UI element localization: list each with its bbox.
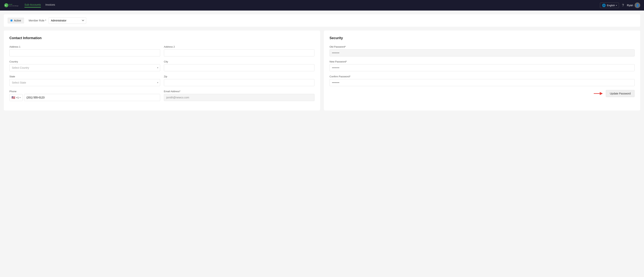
state-label: State (10, 75, 160, 78)
phone-country-selector[interactable]: 🇺🇸 +1 ▾ (10, 94, 22, 101)
country-select-wrapper: Select Country United States United King… (10, 64, 160, 71)
chevron-down-icon: ▾ (20, 96, 20, 98)
state-zip-row: State Select State California New York T… (10, 75, 314, 86)
city-input[interactable] (164, 64, 315, 71)
member-role-section: Member Role * Administrator Member Viewe… (28, 17, 86, 24)
phone-row: 🇺🇸 +1 ▾ (10, 94, 160, 101)
country-label: Country (10, 60, 160, 63)
wasabi-logo: W wasabi Account Control Manager (4, 2, 19, 9)
address2-group: Address 2 (164, 45, 315, 56)
state-select-wrapper: Select State California New York Texas ▾ (10, 79, 160, 86)
security-title: Security (330, 36, 634, 40)
security-panel: Security Old Password* New Password* Con… (324, 30, 640, 110)
contact-title: Contact Information (10, 36, 314, 40)
new-password-group: New Password* (330, 60, 634, 71)
country-group: Country Select Country United States Uni… (10, 60, 160, 71)
zip-group: Zip (164, 75, 315, 86)
country-select[interactable]: Select Country United States United King… (10, 64, 160, 71)
nav-right: 🌐 English ▾ ? Ryan 👤 (600, 2, 640, 8)
main-content: Active Member Role * Administrator Membe… (0, 10, 644, 114)
email-input[interactable] (164, 94, 315, 101)
language-label: English (607, 4, 615, 7)
phone-number-input[interactable] (24, 94, 160, 101)
phone-code: +1 (16, 96, 19, 99)
address1-input[interactable] (10, 49, 160, 56)
globe-icon: 🌐 (602, 4, 606, 7)
member-role-label: Member Role * (28, 19, 46, 22)
avatar: 👤 (634, 2, 640, 8)
panels-row: Contact Information Address 1 Address 2 … (4, 30, 640, 110)
email-group: Email Address* (164, 90, 315, 101)
status-label: Active (14, 19, 21, 22)
nav-links: Sub-Accounts Invoices (24, 3, 600, 8)
zip-label: Zip (164, 75, 315, 78)
address2-input[interactable] (164, 49, 315, 56)
status-row: Active Member Role * Administrator Membe… (4, 14, 640, 27)
user-section[interactable]: Ryan 👤 (627, 2, 640, 8)
state-group: State Select State California New York T… (10, 75, 160, 86)
country-city-row: Country Select Country United States Uni… (10, 60, 314, 71)
navbar: W wasabi Account Control Manager Sub-Acc… (0, 0, 644, 10)
zip-input[interactable] (164, 79, 315, 86)
language-selector[interactable]: 🌐 English ▾ (600, 3, 619, 8)
state-select[interactable]: Select State California New York Texas (10, 79, 160, 86)
new-password-label: New Password* (330, 60, 634, 63)
city-label: City (164, 60, 315, 63)
address2-label: Address 2 (164, 45, 315, 48)
arrow-right-icon (594, 91, 603, 96)
user-name: Ryan (627, 4, 633, 7)
confirm-password-group: Confirm Password* (330, 75, 634, 86)
update-password-button[interactable]: Update Password (606, 90, 634, 97)
city-group: City (164, 60, 315, 71)
member-role-select[interactable]: Administrator Member Viewer (48, 17, 86, 24)
phone-email-row: Phone 🇺🇸 +1 ▾ Email Address* (10, 90, 314, 101)
update-password-row: Update Password (330, 90, 634, 97)
flag-icon: 🇺🇸 (12, 96, 15, 99)
svg-text:W: W (5, 4, 6, 6)
phone-group: Phone 🇺🇸 +1 ▾ (10, 90, 160, 101)
confirm-password-label: Confirm Password* (330, 75, 634, 78)
email-label: Email Address* (164, 90, 315, 93)
status-badge: Active (8, 18, 24, 24)
brand: W wasabi Account Control Manager (4, 2, 19, 9)
help-icon[interactable]: ? (622, 4, 624, 7)
address1-group: Address 1 (10, 45, 160, 56)
svg-marker-5 (600, 92, 603, 95)
old-password-group: Old Password* (330, 45, 634, 56)
new-password-input[interactable] (330, 64, 634, 71)
confirm-password-input[interactable] (330, 79, 634, 86)
old-password-label: Old Password* (330, 45, 634, 48)
svg-text:wasabi: wasabi (8, 4, 12, 5)
address1-label: Address 1 (10, 45, 160, 48)
nav-invoices[interactable]: Invoices (45, 3, 55, 8)
old-password-input[interactable] (330, 49, 634, 56)
contact-panel: Contact Information Address 1 Address 2 … (4, 30, 320, 110)
status-dot (10, 20, 12, 22)
chevron-down-icon: ▾ (616, 4, 617, 6)
phone-label: Phone (10, 90, 160, 93)
svg-text:Account Control Manager: Account Control Manager (8, 6, 18, 6)
address-row: Address 1 Address 2 (10, 45, 314, 56)
nav-sub-accounts[interactable]: Sub-Accounts (24, 3, 41, 8)
